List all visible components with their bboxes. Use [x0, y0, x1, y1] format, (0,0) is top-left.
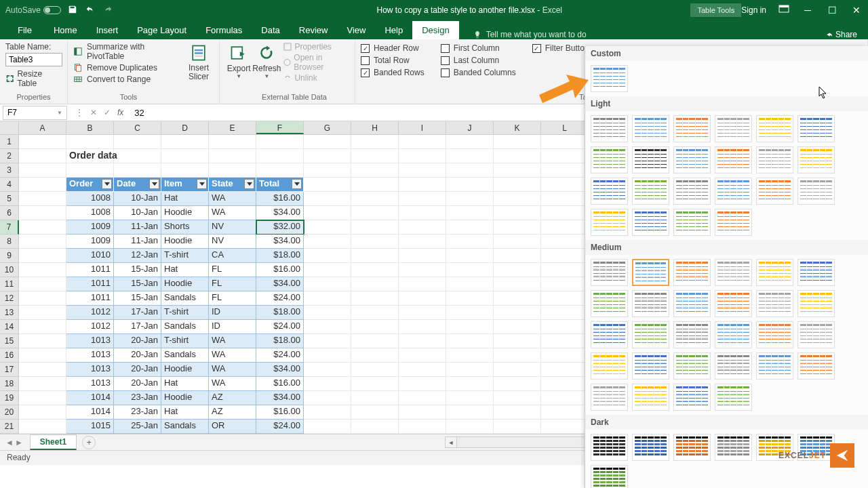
table-style-swatch[interactable]	[797, 352, 835, 380]
table-style-swatch[interactable]	[632, 434, 669, 461]
convert-range-button[interactable]: Convert to Range	[73, 75, 184, 84]
table-style-swatch[interactable]	[632, 352, 669, 380]
table-style-swatch[interactable]	[673, 146, 711, 174]
table-style-swatch[interactable]	[673, 434, 711, 461]
remove-duplicates-button[interactable]: Remove Duplicates	[73, 63, 184, 73]
ribbon-tab-data[interactable]: Data	[252, 21, 289, 39]
close-button[interactable]: ✕	[850, 5, 863, 16]
table-style-swatch[interactable]	[673, 384, 711, 411]
table-name-label: Table Name:	[5, 42, 62, 52]
ribbon-tab-file[interactable]: File	[8, 21, 41, 39]
table-style-swatch[interactable]	[673, 209, 711, 236]
ribbon-tab-design[interactable]: Design	[412, 21, 458, 39]
name-box[interactable]: F7▼	[3, 106, 67, 120]
resize-table-button[interactable]: Resize Table	[5, 69, 62, 88]
table-style-swatch[interactable]	[715, 321, 752, 348]
cells-grid[interactable]: Order dataOrderDateItemStateTotal100810-…	[19, 135, 589, 434]
table-style-swatch[interactable]	[673, 321, 711, 348]
table-style-swatch[interactable]	[591, 146, 628, 174]
minimize-button[interactable]: ─	[802, 5, 814, 16]
table-style-swatch[interactable]	[715, 290, 752, 317]
first-column-checkbox[interactable]: First Column	[441, 43, 516, 53]
tell-me-search[interactable]: Tell me what you want to do	[473, 30, 587, 39]
table-style-swatch[interactable]	[591, 290, 628, 317]
share-button[interactable]: Share	[823, 30, 857, 39]
table-style-swatch[interactable]	[591, 115, 628, 142]
maximize-button[interactable]: ☐	[826, 5, 838, 16]
sign-in-link[interactable]: Sign in	[741, 5, 766, 15]
table-style-swatch[interactable]	[591, 321, 628, 348]
sheet-tab[interactable]: Sheet1	[30, 434, 77, 450]
enter-formula-icon[interactable]: ✓	[104, 108, 111, 117]
row-headers[interactable]: 123456789101112131415161718192021	[0, 135, 19, 434]
table-style-swatch[interactable]	[797, 146, 835, 174]
table-style-swatch[interactable]	[715, 178, 752, 205]
table-style-swatch[interactable]	[591, 209, 628, 236]
table-style-swatch[interactable]	[797, 290, 835, 317]
ribbon-tab-view[interactable]: View	[337, 21, 375, 39]
ribbon-tab-help[interactable]: Help	[375, 21, 412, 39]
ribbon-mode-icon[interactable]	[778, 5, 789, 16]
undo-icon[interactable]	[85, 5, 95, 16]
summarize-pivot-button[interactable]: Summarize with PivotTable	[73, 42, 184, 61]
table-style-swatch[interactable]	[632, 209, 669, 236]
table-style-swatch[interactable]	[591, 65, 628, 92]
table-style-swatch[interactable]	[797, 321, 835, 348]
table-style-swatch[interactable]	[673, 352, 711, 380]
table-style-swatch[interactable]	[632, 290, 669, 317]
table-name-input[interactable]	[5, 53, 62, 66]
table-style-swatch[interactable]	[756, 115, 793, 142]
add-sheet-button[interactable]: +	[82, 436, 96, 449]
table-style-swatch[interactable]	[756, 146, 793, 174]
table-style-swatch[interactable]	[673, 115, 711, 142]
header-row-checkbox[interactable]: ✓Header Row	[361, 43, 425, 53]
table-style-swatch[interactable]	[591, 259, 628, 286]
sheet-nav-arrows[interactable]: ◄►	[5, 438, 23, 447]
banded-rows-checkbox[interactable]: ✓Banded Rows	[361, 68, 425, 77]
table-style-swatch[interactable]	[715, 259, 752, 286]
save-icon[interactable]	[68, 5, 77, 16]
ribbon-tab-home[interactable]: Home	[44, 21, 87, 39]
ribbon-tab-insert[interactable]: Insert	[87, 21, 128, 39]
table-style-swatch[interactable]	[797, 178, 835, 205]
table-style-swatch[interactable]	[632, 115, 669, 142]
table-style-swatch[interactable]	[591, 384, 628, 411]
cancel-formula-icon[interactable]: ✕	[90, 108, 97, 117]
table-style-swatch[interactable]	[591, 178, 628, 205]
autosave-toggle[interactable]: AutoSave	[5, 5, 61, 15]
table-style-swatch[interactable]	[756, 290, 793, 317]
table-style-swatch[interactable]	[756, 178, 793, 205]
table-style-swatch[interactable]	[591, 434, 628, 461]
last-column-checkbox[interactable]: Last Column	[441, 56, 516, 65]
ribbon-tab-formulas[interactable]: Formulas	[196, 21, 252, 39]
table-style-swatch[interactable]	[756, 321, 793, 348]
table-style-swatch[interactable]	[632, 384, 669, 411]
table-style-swatch[interactable]	[632, 178, 669, 205]
fx-icon[interactable]: fx	[117, 108, 123, 117]
table-style-swatch[interactable]	[673, 178, 711, 205]
ribbon-tab-review[interactable]: Review	[290, 21, 338, 39]
table-style-swatch[interactable]	[715, 352, 752, 380]
table-style-swatch[interactable]	[797, 115, 835, 142]
banded-columns-checkbox[interactable]: Banded Columns	[441, 68, 516, 77]
filter-button-checkbox[interactable]: ✓Filter Button	[532, 43, 589, 53]
table-style-swatch[interactable]	[673, 290, 711, 317]
table-style-swatch[interactable]	[715, 115, 752, 142]
table-style-swatch[interactable]	[756, 259, 793, 286]
redo-icon[interactable]	[103, 5, 113, 16]
table-style-swatch[interactable]	[632, 146, 669, 174]
table-style-swatch[interactable]	[591, 465, 628, 488]
ribbon-tab-page-layout[interactable]: Page Layout	[127, 21, 196, 39]
table-style-swatch[interactable]	[715, 434, 752, 461]
table-style-swatch[interactable]	[715, 146, 752, 174]
table-style-swatch[interactable]	[632, 259, 669, 286]
total-row-checkbox[interactable]: Total Row	[361, 56, 425, 65]
table-style-swatch[interactable]	[715, 384, 752, 411]
table-style-swatch[interactable]	[673, 259, 711, 286]
table-style-swatch[interactable]	[591, 352, 628, 380]
table-style-swatch[interactable]	[715, 209, 752, 236]
table-style-swatch[interactable]	[632, 321, 669, 348]
table-style-swatch[interactable]	[756, 352, 793, 380]
table-style-swatch[interactable]	[797, 259, 835, 286]
insert-slicer-button[interactable]: InsertSlicer	[184, 42, 214, 102]
